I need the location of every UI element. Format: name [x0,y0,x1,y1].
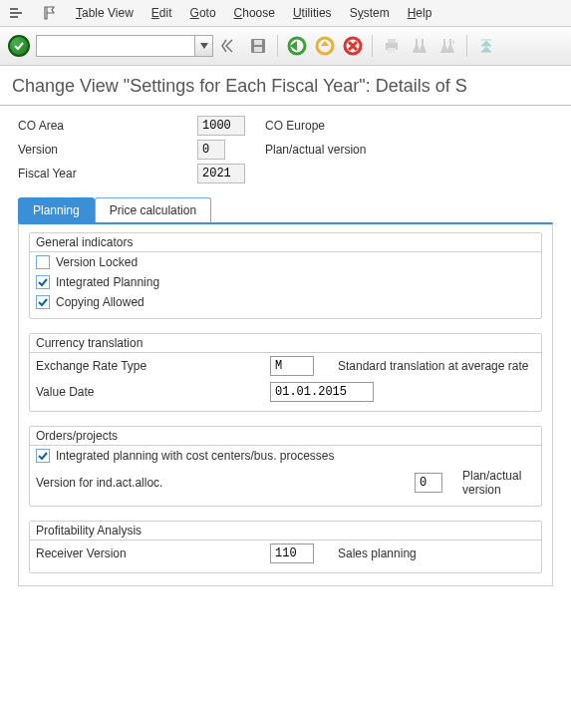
svg-rect-7 [388,39,396,43]
toolbar-separator [466,35,467,57]
flag-icon[interactable] [42,5,58,21]
title-divider [0,105,571,106]
menu-utilities[interactable]: Utilities [293,6,332,20]
cancel-icon[interactable] [342,35,364,57]
receiver-version-field[interactable] [270,544,314,563]
receiver-version-desc: Sales planning [330,546,535,560]
version-label: Version [18,143,197,157]
value-date-label: Value Date [36,385,270,399]
exchange-rate-type-field[interactable] [270,356,314,376]
fiscal-year-label: Fiscal Year [18,167,197,181]
ind-act-alloc-version-field[interactable] [415,473,442,493]
group-title: Orders/projects [30,427,541,446]
svg-text:+: + [451,39,455,46]
integrated-planning-op-label: Integrated planning with cost centers/bu… [56,449,335,463]
group-currency-translation: Currency translation Exchange Rate Type … [29,333,542,412]
header-form: CO Area CO Europe Version Plan/actual ve… [18,116,553,183]
co-area-field [197,116,245,136]
print-icon[interactable] [381,35,403,57]
menu-table-view[interactable]: Table View [76,6,134,20]
fiscal-year-field [197,164,245,183]
group-orders-projects: Orders/projects Integrated planning with… [29,426,542,507]
value-date-field[interactable] [270,382,374,402]
toolbar-separator [372,35,373,57]
menu-goto[interactable]: Goto [190,6,216,20]
menu-help[interactable]: Help [408,6,432,20]
enter-button[interactable] [8,35,30,57]
svg-rect-2 [254,47,262,52]
group-profitability-analysis: Profitability Analysis Receiver Version … [29,521,542,573]
command-field[interactable] [36,35,195,57]
copying-allowed-label: Copying Allowed [56,295,144,309]
ind-act-alloc-version-label: Version for ind.act.alloc. [36,476,415,490]
back-icon[interactable] [219,35,241,57]
save-icon[interactable] [247,35,269,57]
co-area-desc: CO Europe [257,119,553,133]
page-title: Change View "Settings for Each Fiscal Ye… [0,66,571,101]
group-title: Profitability Analysis [30,522,541,541]
integrated-planning-checkbox[interactable] [36,275,50,289]
command-dropdown[interactable] [195,35,213,57]
menu-bar: Table View Edit Goto Choose Utilities Sy… [0,0,571,26]
version-locked-label: Version Locked [56,255,138,269]
exit-icon[interactable] [286,35,308,57]
exchange-rate-type-desc: Standard translation at average rate [330,359,535,373]
integrated-planning-label: Integrated Planning [56,275,159,289]
svg-rect-8 [388,48,396,53]
menu-edit[interactable]: Edit [151,6,172,20]
tab-planning[interactable]: Planning [18,197,95,222]
receiver-version-label: Receiver Version [36,546,270,560]
integrated-planning-op-checkbox[interactable] [36,449,50,463]
copying-allowed-checkbox[interactable] [36,295,50,309]
version-desc: Plan/actual version [257,143,553,157]
tabstrip: Planning Price calculation [18,197,553,222]
toolbar: + [0,26,571,66]
group-title: General indicators [30,233,541,252]
find-next-icon[interactable]: + [436,35,458,57]
version-field [197,140,225,160]
ind-act-alloc-version-desc: Plan/actual version [454,469,535,497]
tab-price-calculation[interactable]: Price calculation [95,197,211,222]
group-general-indicators: General indicators Version Locked Integr… [29,232,542,319]
app-menu-icon[interactable] [8,5,24,21]
co-area-label: CO Area [18,119,197,133]
up-icon[interactable] [314,35,336,57]
find-icon[interactable] [409,35,430,57]
exchange-rate-type-label: Exchange Rate Type [36,359,270,373]
content-area: CO Area CO Europe Version Plan/actual ve… [0,116,571,606]
group-title: Currency translation [30,334,541,353]
version-locked-checkbox[interactable] [36,255,50,269]
first-page-icon[interactable] [475,35,497,57]
menu-system[interactable]: System [350,6,390,20]
toolbar-separator [277,35,278,57]
planning-tab-body: General indicators Version Locked Integr… [18,222,553,586]
svg-rect-1 [254,40,262,45]
menu-choose[interactable]: Choose [234,6,275,20]
